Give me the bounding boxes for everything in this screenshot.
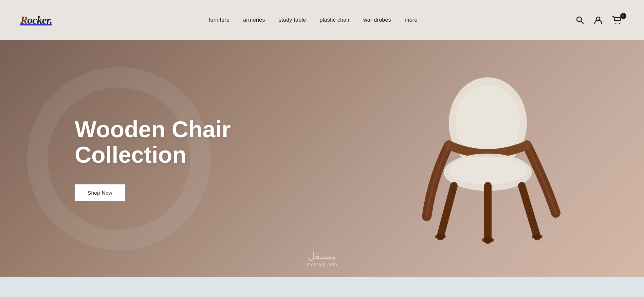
svg-line-1 <box>581 21 584 24</box>
cart-button[interactable]: 0 <box>611 14 624 26</box>
hero-chair-image <box>400 64 576 254</box>
watermark-english: mostaql.com <box>307 262 337 267</box>
svg-point-14 <box>532 234 542 239</box>
header-icons: 0 <box>574 14 624 26</box>
nav-item-furniture[interactable]: furniture <box>209 17 229 23</box>
search-button[interactable] <box>574 14 586 26</box>
below-hero <box>0 277 644 297</box>
watermark-arabic: مستقل <box>307 251 337 262</box>
nav-item-plastic-chair[interactable]: plastic chair <box>319 17 349 23</box>
chair-svg <box>410 71 566 247</box>
main-nav: furniture armories study table plastic c… <box>209 17 418 23</box>
nav-item-war-drobes[interactable]: war drobes <box>363 17 391 23</box>
svg-point-13 <box>435 234 446 239</box>
svg-point-4 <box>619 23 620 24</box>
svg-point-3 <box>615 23 617 24</box>
watermark: مستقل mostaql.com <box>307 251 337 267</box>
nav-item-more[interactable]: more <box>405 17 418 23</box>
nav-item-armories[interactable]: armories <box>243 17 265 23</box>
shop-now-button[interactable]: Shop Now <box>75 184 125 201</box>
logo-r: R <box>20 14 27 26</box>
search-icon <box>575 16 584 24</box>
site-header: Rocker. furniture armories study table p… <box>0 0 644 40</box>
svg-point-8 <box>449 156 527 185</box>
svg-point-12 <box>482 237 494 243</box>
logo[interactable]: Rocker. <box>20 14 52 26</box>
hero-section: Wooden Chair Collection Shop Now <box>0 40 644 277</box>
hero-title: Wooden Chair Collection <box>75 117 231 167</box>
cart-badge: 0 <box>620 13 626 19</box>
logo-text: ocker. <box>27 14 52 26</box>
hero-title-line2: Collection <box>75 142 186 167</box>
nav-item-study-table[interactable]: study table <box>279 17 306 23</box>
user-icon <box>594 16 603 24</box>
account-button[interactable] <box>592 14 604 26</box>
svg-line-10 <box>440 186 454 237</box>
hero-title-line1: Wooden Chair <box>75 116 231 142</box>
svg-line-11 <box>522 186 537 237</box>
hero-content: Wooden Chair Collection Shop Now <box>75 117 231 201</box>
